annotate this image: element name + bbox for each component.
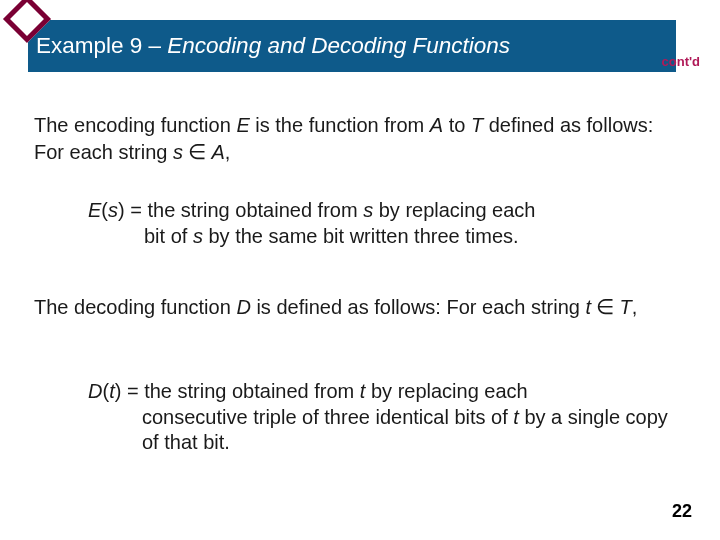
slide-title: Example 9 – Encoding and Decoding Functi… (36, 33, 510, 59)
var-s: s (108, 199, 118, 221)
var-E: E (236, 114, 249, 136)
text: = the string obtained from (125, 199, 363, 221)
paragraph-encoding-intro: The encoding function E is the function … (34, 113, 654, 165)
var-D: D (236, 296, 250, 318)
text: ) (118, 199, 125, 221)
text: ( (101, 199, 108, 221)
text: is defined as follows: For each string (251, 296, 586, 318)
paragraph-decoding-def: D(t) = the string obtained from t by rep… (88, 379, 668, 456)
text: , (632, 296, 638, 318)
var-D: D (88, 380, 102, 402)
element-of-symbol: ∈ (591, 295, 620, 319)
element-of-symbol: ∈ (183, 140, 212, 164)
text: to (443, 114, 471, 136)
text: by the same bit written three times. (203, 225, 519, 247)
var-s: s (193, 225, 203, 247)
line: consecutive triple of three identical bi… (88, 405, 668, 456)
var-A: A (430, 114, 443, 136)
var-s: s (363, 199, 373, 221)
text: is the function from (250, 114, 430, 136)
text: by replacing each (365, 380, 527, 402)
text: , (225, 141, 231, 163)
paragraph-encoding-def: E(s) = the string obtained from s by rep… (88, 198, 658, 249)
var-T: T (620, 296, 632, 318)
text: The encoding function (34, 114, 236, 136)
text: = the string obtained from (121, 380, 359, 402)
line: bit of s by the same bit written three t… (88, 224, 658, 250)
text: The decoding function (34, 296, 236, 318)
title-bar: Example 9 – Encoding and Decoding Functi… (28, 20, 676, 72)
title-prefix: Example 9 – (36, 33, 167, 58)
title-main: Encoding and Decoding Functions (167, 33, 510, 58)
page-number: 22 (672, 501, 692, 522)
var-A: A (211, 141, 224, 163)
paragraph-decoding-intro: The decoding function D is defined as fo… (34, 294, 654, 321)
text: by replacing each (373, 199, 535, 221)
text: bit of (144, 225, 193, 247)
var-T: T (471, 114, 483, 136)
var-E: E (88, 199, 101, 221)
var-s: s (173, 141, 183, 163)
text: consecutive triple of three identical bi… (142, 406, 513, 428)
continued-label: cont'd (662, 54, 700, 69)
